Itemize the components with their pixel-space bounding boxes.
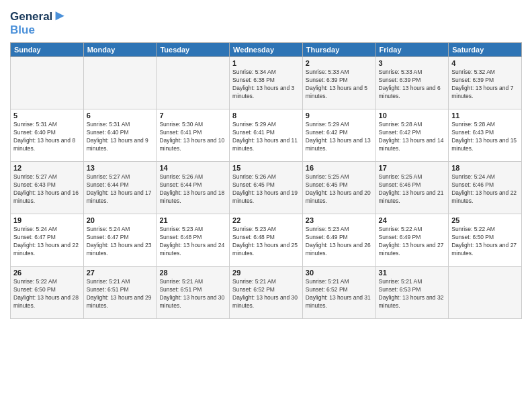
day-info: Sunrise: 5:26 AM Sunset: 6:45 PM Dayligh… [232,173,300,205]
week-row-5: 26Sunrise: 5:22 AM Sunset: 6:50 PM Dayli… [11,266,522,318]
calendar-cell: 22Sunrise: 5:23 AM Sunset: 6:48 PM Dayli… [230,214,303,266]
day-number: 30 [306,269,373,277]
day-info: Sunrise: 5:24 AM Sunset: 6:46 PM Dayligh… [451,173,519,205]
day-number: 31 [379,269,446,277]
header-day-friday: Friday [375,42,449,56]
day-number: 20 [87,216,154,224]
calendar-cell: 31Sunrise: 5:21 AM Sunset: 6:53 PM Dayli… [375,266,449,318]
calendar-cell: 23Sunrise: 5:23 AM Sunset: 6:49 PM Dayli… [302,214,375,266]
header-day-sunday: Sunday [11,42,84,56]
day-info: Sunrise: 5:21 AM Sunset: 6:52 PM Dayligh… [232,278,300,310]
calendar-cell: 11Sunrise: 5:28 AM Sunset: 6:43 PM Dayli… [449,109,522,161]
day-number: 2 [306,59,373,67]
day-info: Sunrise: 5:34 AM Sunset: 6:38 PM Dayligh… [232,68,300,101]
day-number: 27 [87,269,154,277]
day-info: Sunrise: 5:31 AM Sunset: 6:40 PM Dayligh… [13,121,81,153]
day-number: 23 [306,216,373,224]
calendar-cell: 12Sunrise: 5:27 AM Sunset: 6:43 PM Dayli… [11,161,84,214]
logo-line1: General► [10,7,67,24]
day-info: Sunrise: 5:25 AM Sunset: 6:46 PM Dayligh… [379,173,446,205]
day-info: Sunrise: 5:24 AM Sunset: 6:47 PM Dayligh… [87,226,154,258]
header-day-saturday: Saturday [449,42,522,56]
day-info: Sunrise: 5:22 AM Sunset: 6:49 PM Dayligh… [379,226,446,258]
day-info: Sunrise: 5:28 AM Sunset: 6:42 PM Dayligh… [379,121,446,153]
calendar-cell: 8Sunrise: 5:29 AM Sunset: 6:41 PM Daylig… [230,109,303,161]
header-row: SundayMondayTuesdayWednesdayThursdayFrid… [11,42,522,56]
calendar-cell: 29Sunrise: 5:21 AM Sunset: 6:52 PM Dayli… [230,266,303,318]
calendar-cell: 20Sunrise: 5:24 AM Sunset: 6:47 PM Dayli… [83,214,157,266]
header: General► Blue [10,7,522,37]
day-number: 12 [13,164,81,172]
calendar-cell: 15Sunrise: 5:26 AM Sunset: 6:45 PM Dayli… [230,161,303,214]
day-number: 21 [159,216,226,224]
day-number: 11 [451,111,519,120]
calendar-cell: 2Sunrise: 5:33 AM Sunset: 6:39 PM Daylig… [302,56,375,109]
calendar-cell: 6Sunrise: 5:31 AM Sunset: 6:40 PM Daylig… [83,109,157,161]
calendar-cell: 25Sunrise: 5:22 AM Sunset: 6:50 PM Dayli… [449,214,522,266]
week-row-3: 12Sunrise: 5:27 AM Sunset: 6:43 PM Dayli… [11,161,522,214]
day-info: Sunrise: 5:21 AM Sunset: 6:51 PM Dayligh… [159,278,226,310]
header-day-tuesday: Tuesday [157,42,230,56]
day-number: 10 [379,111,446,120]
day-number: 25 [451,216,519,224]
calendar-cell: 14Sunrise: 5:26 AM Sunset: 6:44 PM Dayli… [157,161,230,214]
calendar-cell: 24Sunrise: 5:22 AM Sunset: 6:49 PM Dayli… [375,214,449,266]
day-info: Sunrise: 5:32 AM Sunset: 6:39 PM Dayligh… [451,68,519,101]
day-number: 1 [232,59,300,67]
day-number: 24 [379,216,446,224]
day-number: 18 [451,164,519,172]
day-number: 8 [232,111,300,120]
week-row-2: 5Sunrise: 5:31 AM Sunset: 6:40 PM Daylig… [11,109,522,161]
day-number: 4 [451,59,519,67]
calendar-cell: 1Sunrise: 5:34 AM Sunset: 6:38 PM Daylig… [230,56,303,109]
calendar-table: SundayMondayTuesdayWednesdayThursdayFrid… [10,42,522,319]
day-info: Sunrise: 5:25 AM Sunset: 6:45 PM Dayligh… [306,173,373,205]
calendar-cell: 21Sunrise: 5:23 AM Sunset: 6:48 PM Dayli… [157,214,230,266]
day-number: 29 [232,269,300,277]
calendar-cell: 30Sunrise: 5:21 AM Sunset: 6:52 PM Dayli… [302,266,375,318]
calendar-cell: 9Sunrise: 5:29 AM Sunset: 6:42 PM Daylig… [302,109,375,161]
day-info: Sunrise: 5:30 AM Sunset: 6:41 PM Dayligh… [159,121,226,153]
day-info: Sunrise: 5:23 AM Sunset: 6:48 PM Dayligh… [232,226,300,258]
day-info: Sunrise: 5:24 AM Sunset: 6:47 PM Dayligh… [13,226,81,258]
week-row-4: 19Sunrise: 5:24 AM Sunset: 6:47 PM Dayli… [11,214,522,266]
day-info: Sunrise: 5:22 AM Sunset: 6:50 PM Dayligh… [451,226,519,258]
day-info: Sunrise: 5:28 AM Sunset: 6:43 PM Dayligh… [451,121,519,153]
day-info: Sunrise: 5:29 AM Sunset: 6:41 PM Dayligh… [232,121,300,153]
day-info: Sunrise: 5:27 AM Sunset: 6:44 PM Dayligh… [87,173,154,205]
day-info: Sunrise: 5:26 AM Sunset: 6:44 PM Dayligh… [159,173,226,205]
day-info: Sunrise: 5:23 AM Sunset: 6:48 PM Dayligh… [159,226,226,258]
day-info: Sunrise: 5:31 AM Sunset: 6:40 PM Dayligh… [87,121,154,153]
day-number: 13 [87,164,154,172]
week-row-1: 1Sunrise: 5:34 AM Sunset: 6:38 PM Daylig… [11,56,522,109]
day-number: 16 [306,164,373,172]
calendar-cell: 26Sunrise: 5:22 AM Sunset: 6:50 PM Dayli… [11,266,84,318]
calendar-cell: 28Sunrise: 5:21 AM Sunset: 6:51 PM Dayli… [157,266,230,318]
logo: General► Blue [10,7,67,37]
day-info: Sunrise: 5:21 AM Sunset: 6:53 PM Dayligh… [379,278,446,310]
logo-line2: Blue [10,24,67,37]
page: General► Blue SundayMondayTuesdayWednesd… [0,0,532,411]
calendar-cell: 3Sunrise: 5:33 AM Sunset: 6:39 PM Daylig… [375,56,449,109]
calendar-cell: 18Sunrise: 5:24 AM Sunset: 6:46 PM Dayli… [449,161,522,214]
day-info: Sunrise: 5:21 AM Sunset: 6:51 PM Dayligh… [87,278,154,310]
calendar-cell [449,266,522,318]
calendar-cell [157,56,230,109]
day-info: Sunrise: 5:23 AM Sunset: 6:49 PM Dayligh… [306,226,373,258]
calendar-cell: 4Sunrise: 5:32 AM Sunset: 6:39 PM Daylig… [449,56,522,109]
day-info: Sunrise: 5:29 AM Sunset: 6:42 PM Dayligh… [306,121,373,153]
day-info: Sunrise: 5:21 AM Sunset: 6:52 PM Dayligh… [306,278,373,310]
calendar-cell [11,56,84,109]
calendar-cell: 19Sunrise: 5:24 AM Sunset: 6:47 PM Dayli… [11,214,84,266]
day-number: 17 [379,164,446,172]
day-number: 22 [232,216,300,224]
day-number: 15 [232,164,300,172]
day-number: 9 [306,111,373,120]
day-number: 14 [159,164,226,172]
calendar-cell: 17Sunrise: 5:25 AM Sunset: 6:46 PM Dayli… [375,161,449,214]
day-info: Sunrise: 5:33 AM Sunset: 6:39 PM Dayligh… [379,68,446,101]
calendar-cell: 5Sunrise: 5:31 AM Sunset: 6:40 PM Daylig… [11,109,84,161]
calendar-cell: 10Sunrise: 5:28 AM Sunset: 6:42 PM Dayli… [375,109,449,161]
day-number: 3 [379,59,446,67]
calendar-cell: 7Sunrise: 5:30 AM Sunset: 6:41 PM Daylig… [157,109,230,161]
